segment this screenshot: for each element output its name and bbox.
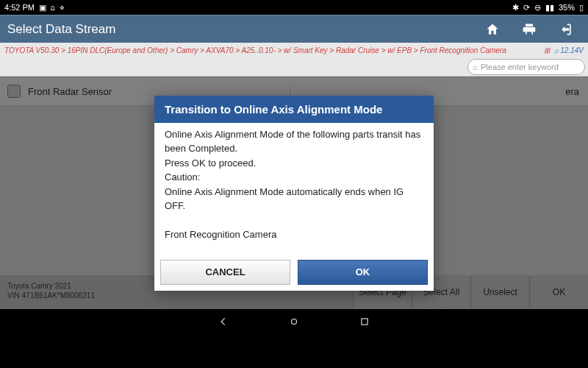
battery-text: 35%	[559, 3, 575, 12]
content: Front Radar Sensor era 1 / 2 Toyota Camr…	[0, 77, 588, 309]
picture-icon: ▣	[39, 3, 46, 13]
breadcrumb-path: TOYOTA V50.30 > 16PIN DLC(Europe and Oth…	[4, 46, 506, 54]
modal-footer: CANCEL OK	[154, 255, 434, 291]
search-placeholder: Please enter keyword	[481, 63, 559, 71]
bluetooth-icon: ✱	[512, 3, 519, 13]
cast-icon: ⩍	[51, 3, 55, 12]
exit-icon[interactable]	[559, 22, 573, 37]
search-input[interactable]: ⌕ Please enter keyword	[467, 59, 585, 75]
home-icon[interactable]	[485, 22, 500, 37]
cancel-button[interactable]: CANCEL	[160, 260, 290, 285]
app-header: Select Data Stream	[0, 15, 588, 43]
status-bar: 4:52 PM ▣ ⩍ ⋄ ✱ ⟳ ⊖ ▮▮ 35% ▯	[0, 0, 588, 15]
battery-icon: ▯	[579, 3, 584, 13]
home-nav-icon[interactable]	[288, 316, 300, 328]
android-nav-bar	[0, 309, 588, 334]
battery-icon-small: ⊞	[544, 46, 550, 54]
sync-icon: ⟳	[523, 3, 530, 13]
svg-point-0	[292, 319, 297, 325]
svg-rect-1	[362, 319, 368, 325]
print-icon[interactable]	[522, 22, 537, 37]
ok-button[interactable]: OK	[298, 260, 428, 285]
modal-overlay: Transition to Online Axis Alignment Mode…	[0, 77, 588, 309]
back-icon[interactable]	[218, 316, 229, 328]
breadcrumb: TOYOTA V50.30 > 16PIN DLC(Europe and Oth…	[0, 43, 588, 57]
wifi-icon: ⋄	[60, 3, 65, 13]
clock: 4:52 PM	[4, 3, 35, 12]
recent-icon[interactable]	[359, 316, 370, 328]
modal: Transition to Online Axis Alignment Mode…	[154, 96, 434, 291]
page-title: Select Data Stream	[7, 22, 115, 37]
search-icon-small: ⌕	[552, 46, 559, 54]
dnd-icon: ⊖	[534, 3, 541, 13]
modal-body: Online Axis Alignment Mode of the follow…	[154, 123, 434, 255]
voltage: 12.14V	[560, 46, 584, 54]
signal-icon: ▮▮	[545, 3, 554, 13]
modal-title: Transition to Online Axis Alignment Mode	[154, 96, 434, 123]
search-row: ⌕ Please enter keyword	[0, 57, 588, 77]
search-icon: ⌕	[473, 63, 478, 71]
